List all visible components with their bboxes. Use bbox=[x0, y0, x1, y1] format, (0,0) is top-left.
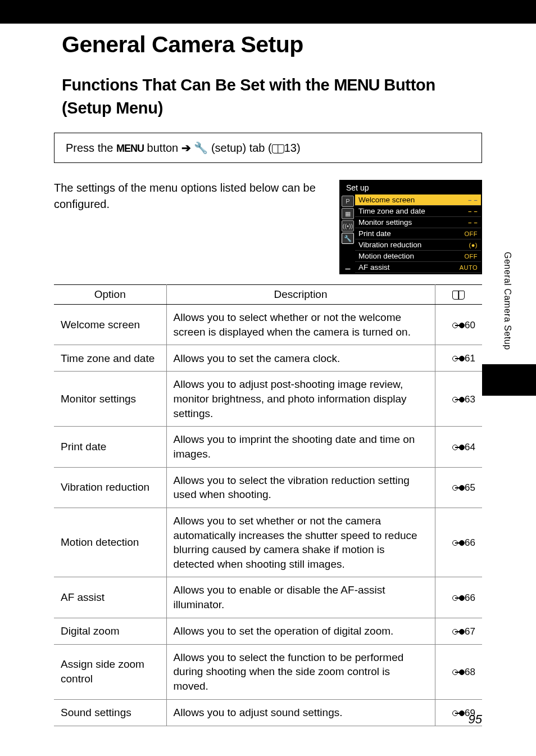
reference-cell: 66 bbox=[435, 577, 482, 618]
screenshot-item-label: Print date bbox=[358, 229, 391, 238]
screenshot-title: Set up bbox=[340, 181, 481, 194]
option-cell: Monitor settings bbox=[54, 372, 166, 427]
screenshot-tab: 🔧 bbox=[342, 233, 354, 244]
reference-cell: 63 bbox=[435, 372, 482, 427]
th-reference bbox=[435, 285, 482, 305]
screenshot-item-value: OFF bbox=[465, 253, 478, 260]
option-cell: Time zone and date bbox=[54, 345, 166, 372]
description-cell: Allows you to imprint the shooting date … bbox=[166, 427, 435, 467]
menu-glyph: MENU bbox=[334, 76, 379, 94]
table-row: Vibration reductionAllows you to select … bbox=[54, 467, 482, 508]
screenshot-item-value: (●) bbox=[469, 242, 478, 248]
wrench-icon: 🔧 bbox=[194, 141, 208, 155]
screenshot-item: Motion detectionOFF bbox=[355, 251, 481, 262]
reference-number: 68 bbox=[465, 667, 475, 677]
options-table: Option Description Welcome screenAllows … bbox=[54, 284, 482, 726]
description-cell: Allows you to adjust sound settings. bbox=[166, 699, 435, 726]
reference-number: 63 bbox=[465, 394, 475, 405]
screenshot-item: AF assistAUTO bbox=[355, 262, 481, 273]
side-tab-mark bbox=[482, 364, 536, 396]
screenshot-item: Time zone and date– – bbox=[355, 206, 481, 217]
reference-icon bbox=[452, 397, 465, 402]
option-cell: Sound settings bbox=[54, 699, 166, 726]
table-row: Time zone and dateAllows you to set the … bbox=[54, 345, 482, 372]
option-cell: AF assist bbox=[54, 577, 166, 618]
table-row: Sound settingsAllows you to adjust sound… bbox=[54, 699, 482, 726]
reference-cell: 68 bbox=[435, 644, 482, 699]
screenshot-list: Welcome screen– –Time zone and date– –Mo… bbox=[355, 194, 481, 273]
screenshot-tab: P bbox=[342, 196, 354, 207]
th-option: Option bbox=[54, 285, 166, 305]
intro-text: The settings of the menu options listed … bbox=[54, 180, 325, 212]
reference-icon bbox=[452, 595, 465, 601]
option-cell: Motion detection bbox=[54, 508, 166, 577]
screenshot-item-value: AUTO bbox=[460, 264, 478, 271]
reference-cell: 66 bbox=[435, 508, 482, 577]
instr-mid: button bbox=[144, 142, 181, 154]
section-prefix: Functions That Can Be Set with the bbox=[62, 76, 334, 94]
menu-glyph-small: MENU bbox=[116, 143, 144, 154]
instr-prefix: Press the bbox=[66, 142, 116, 154]
table-row: Welcome screenAllows you to select wheth… bbox=[54, 305, 482, 345]
description-cell: Allows you to set the operation of digit… bbox=[166, 618, 435, 644]
screenshot-item-value: – – bbox=[468, 197, 478, 203]
book-icon bbox=[452, 291, 465, 300]
description-cell: Allows you to set the camera clock. bbox=[166, 345, 435, 372]
screenshot-tab: ▦ bbox=[342, 208, 354, 219]
options-tbody: Welcome screenAllows you to select wheth… bbox=[54, 305, 482, 726]
arrow-icon: ➔ bbox=[181, 142, 191, 154]
instr-ref: 13) bbox=[284, 142, 301, 154]
table-row: Assign side zoom controlAllows you to se… bbox=[54, 644, 482, 699]
option-cell: Assign side zoom control bbox=[54, 644, 166, 699]
screenshot-item-value: OFF bbox=[465, 230, 478, 237]
screenshot-item-label: Vibration reduction bbox=[358, 241, 421, 249]
setup-menu-screenshot: Set up P▦((•))🔧▬ Welcome screen– –Time z… bbox=[339, 180, 482, 274]
page-number: 95 bbox=[469, 712, 482, 727]
reference-number: 60 bbox=[465, 320, 475, 331]
reference-icon bbox=[452, 669, 465, 675]
reference-number: 66 bbox=[465, 592, 475, 603]
reference-number: 64 bbox=[465, 442, 475, 452]
description-cell: Allows you to select whether or not the … bbox=[166, 305, 435, 345]
table-row: Motion detectionAllows you to set whethe… bbox=[54, 508, 482, 577]
th-description: Description bbox=[166, 285, 435, 305]
reference-number: 65 bbox=[465, 482, 475, 493]
screenshot-item: Print dateOFF bbox=[355, 228, 481, 239]
description-cell: Allows you to enable or disable the AF-a… bbox=[166, 577, 435, 618]
reference-cell: 65 bbox=[435, 467, 482, 508]
option-cell: Vibration reduction bbox=[54, 467, 166, 508]
reference-number: 61 bbox=[465, 353, 475, 364]
description-cell: Allows you to set whether or not the cam… bbox=[166, 508, 435, 577]
book-icon bbox=[272, 144, 284, 153]
screenshot-item-label: Welcome screen bbox=[358, 196, 415, 204]
option-cell: Digital zoom bbox=[54, 618, 166, 644]
screenshot-item: Monitor settings– – bbox=[355, 217, 481, 228]
chapter-title: General Camera Setup bbox=[62, 31, 482, 58]
table-row: AF assistAllows you to enable or disable… bbox=[54, 577, 482, 618]
option-cell: Print date bbox=[54, 427, 166, 467]
screenshot-item: Welcome screen– – bbox=[355, 194, 481, 206]
screenshot-item-label: AF assist bbox=[358, 263, 390, 271]
screenshot-item-label: Time zone and date bbox=[358, 207, 425, 215]
reference-cell: 61 bbox=[435, 345, 482, 372]
description-cell: Allows you to select the vibration reduc… bbox=[166, 467, 435, 508]
reference-icon bbox=[452, 710, 465, 716]
reference-cell: 64 bbox=[435, 427, 482, 467]
reference-icon bbox=[452, 356, 465, 361]
table-row: Monitor settingsAllows you to adjust pos… bbox=[54, 372, 482, 427]
screenshot-item: Vibration reduction(●) bbox=[355, 239, 481, 251]
screenshot-item-value: – – bbox=[468, 208, 478, 215]
table-row: Digital zoomAllows you to set the operat… bbox=[54, 618, 482, 644]
screenshot-item-value: – – bbox=[468, 219, 478, 226]
option-cell: Welcome screen bbox=[54, 305, 166, 345]
screenshot-item-label: Motion detection bbox=[358, 252, 414, 260]
header-black-bar bbox=[0, 0, 536, 24]
reference-icon bbox=[452, 540, 465, 546]
screenshot-tab: ((•)) bbox=[342, 220, 354, 232]
side-tab-label: General Camera Setup bbox=[502, 252, 512, 350]
instruction-box: Press the MENU button ➔ 🔧 (setup) tab (1… bbox=[54, 133, 482, 163]
reference-icon bbox=[452, 485, 465, 491]
screenshot-tabs: P▦((•))🔧▬ bbox=[340, 194, 355, 273]
reference-icon bbox=[452, 445, 465, 450]
description-cell: Allows you to select the function to be … bbox=[166, 644, 435, 699]
